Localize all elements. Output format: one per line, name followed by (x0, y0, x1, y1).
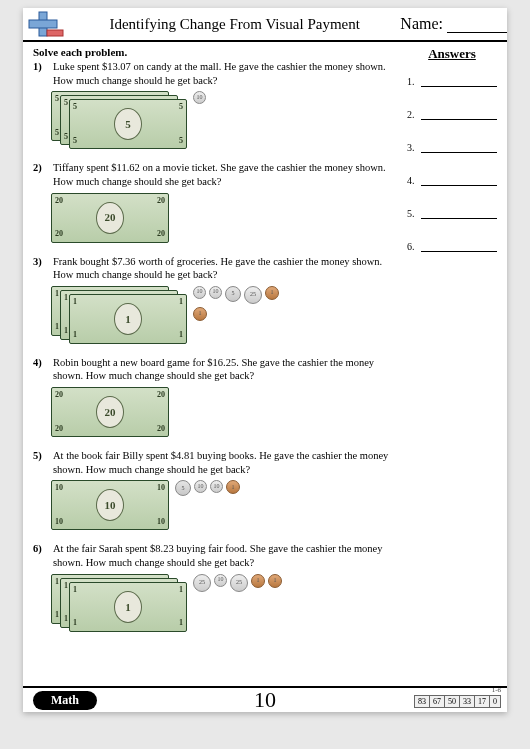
problem-item: 1)Luke spent $13.07 on candy at the mall… (33, 60, 395, 149)
nickel-coin-icon: 5 (225, 286, 241, 302)
bill-stack: 555555555555555 (51, 91, 187, 149)
answer-blank-line[interactable] (421, 208, 498, 219)
problem-text: Robin bought a new board game for $16.25… (53, 356, 395, 383)
dime-coin-icon: 10 (193, 91, 206, 104)
problem-item: 3)Frank bought $7.36 worth of groceries.… (33, 255, 395, 344)
problem-item: 5)At the book fair Billy spent $4.81 buy… (33, 449, 395, 530)
bill-stack: 111111111111111 (51, 286, 187, 344)
name-field: Name: (400, 15, 507, 33)
answer-row: 2. (407, 109, 497, 120)
penny-coin-icon: 1 (251, 574, 265, 588)
page-number: 10 (254, 687, 276, 713)
bill-stack: 111111111111111 (51, 574, 187, 632)
problem-number: 5) (33, 449, 47, 476)
footer-bar: Math 10 1-6 83675033170 (23, 686, 507, 712)
name-blank-line[interactable] (447, 23, 507, 33)
coin-group: 25102511 (193, 574, 282, 592)
money-shown: 2020202020 (51, 193, 395, 243)
answer-row: 5. (407, 208, 497, 219)
dime-coin-icon: 10 (209, 286, 222, 299)
penny-coin-icon: 1 (265, 286, 279, 300)
dime-coin-icon: 10 (210, 480, 223, 493)
answers-header: Answers (407, 46, 497, 62)
problem-number: 3) (33, 255, 47, 282)
problem-item: 2)Tiffany spent $11.62 on a movie ticket… (33, 161, 395, 242)
svg-rect-2 (47, 30, 63, 36)
penny-coin-icon: 1 (193, 307, 207, 321)
bill-1-image: 11111 (69, 294, 187, 344)
score-box: 83 (414, 695, 430, 708)
math-badge: Math (33, 691, 97, 710)
answer-blank-line[interactable] (421, 241, 498, 252)
bill-10-image: 1010101010 (51, 480, 169, 530)
quarter-coin-icon: 25 (193, 574, 211, 592)
answer-blank-line[interactable] (421, 175, 498, 186)
score-boxes: 83675033170 (415, 695, 501, 708)
score-range-label: 1-6 (492, 686, 501, 694)
score-box: 0 (489, 695, 501, 708)
answer-row: 4. (407, 175, 497, 186)
problems-list: 1)Luke spent $13.07 on candy at the mall… (33, 60, 395, 644)
money-shown: 55555555555555510 (51, 91, 395, 149)
answer-number: 2. (407, 109, 415, 120)
problem-text: Frank bought $7.36 worth of groceries. H… (53, 255, 395, 282)
answer-row: 6. (407, 241, 497, 252)
money-shown: 111111111111111101052511 (51, 286, 395, 344)
instruction-text: Solve each problem. (33, 46, 127, 58)
dime-coin-icon: 10 (194, 480, 207, 493)
problem-text: Luke spent $13.07 on candy at the mall. … (53, 60, 395, 87)
problem-text: Tiffany spent $11.62 on a movie ticket. … (53, 161, 395, 188)
problem-item: 4)Robin bought a new board game for $16.… (33, 356, 395, 437)
bill-1-image: 11111 (69, 582, 187, 632)
answer-number: 1. (407, 76, 415, 87)
coin-group: 10 (193, 91, 206, 104)
money-shown: 2020202020 (51, 387, 395, 437)
problem-number: 4) (33, 356, 47, 383)
answer-blank-line[interactable] (421, 142, 498, 153)
problem-number: 1) (33, 60, 47, 87)
problem-item: 6)At the fair Sarah spent $8.23 buying f… (33, 542, 395, 631)
problem-number: 6) (33, 542, 47, 569)
nickel-coin-icon: 5 (175, 480, 191, 496)
answers-column: Answers 1.2.3.4.5.6. (407, 46, 497, 274)
page-title: Identifying Change From Visual Payment (69, 16, 400, 33)
dime-coin-icon: 10 (214, 574, 227, 587)
answer-number: 6. (407, 241, 415, 252)
quarter-coin-icon: 25 (230, 574, 248, 592)
score-box: 50 (444, 695, 460, 708)
problem-text: At the book fair Billy spent $4.81 buyin… (53, 449, 395, 476)
money-shown: 1010101010510101 (51, 480, 395, 530)
bill-20-image: 2020202020 (51, 193, 169, 243)
score-box: 67 (429, 695, 445, 708)
answer-row: 1. (407, 76, 497, 87)
worksheet-page: Identifying Change From Visual Payment N… (23, 8, 507, 712)
money-shown: 11111111111111125102511 (51, 574, 395, 632)
problem-text: At the fair Sarah spent $8.23 buying fai… (53, 542, 395, 569)
dime-coin-icon: 10 (193, 286, 206, 299)
logo-icon (23, 7, 69, 41)
bill-5-image: 55555 (69, 99, 187, 149)
penny-coin-icon: 1 (226, 480, 240, 494)
score-box: 33 (459, 695, 475, 708)
problem-number: 2) (33, 161, 47, 188)
coin-group: 101052511 (193, 286, 283, 321)
answer-blank-line[interactable] (421, 76, 498, 87)
header-bar: Identifying Change From Visual Payment N… (23, 8, 507, 42)
answer-number: 3. (407, 142, 415, 153)
coin-group: 510101 (175, 480, 240, 496)
svg-rect-1 (29, 20, 57, 28)
answer-number: 4. (407, 175, 415, 186)
answer-number: 5. (407, 208, 415, 219)
quarter-coin-icon: 25 (244, 286, 262, 304)
answer-blank-line[interactable] (421, 109, 498, 120)
bill-20-image: 2020202020 (51, 387, 169, 437)
score-box: 17 (474, 695, 490, 708)
name-label: Name: (400, 15, 443, 32)
answer-row: 3. (407, 142, 497, 153)
penny-coin-icon: 1 (268, 574, 282, 588)
